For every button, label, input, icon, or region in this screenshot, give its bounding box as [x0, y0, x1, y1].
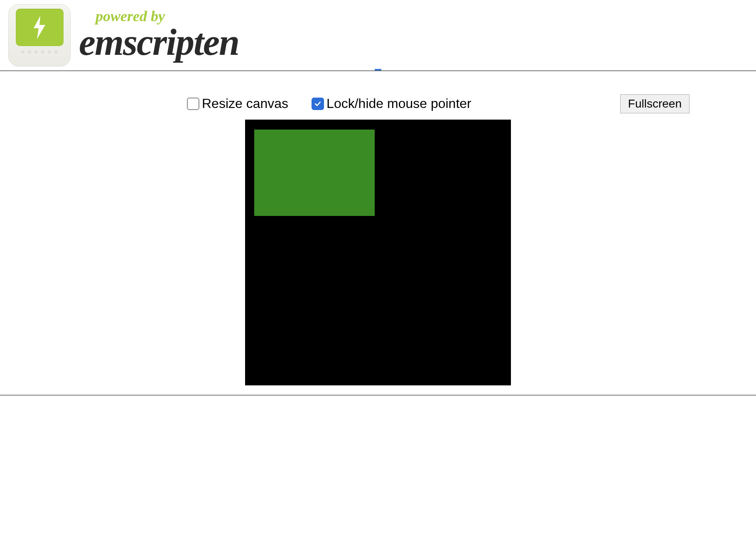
- brand-name: emscripten: [79, 21, 239, 64]
- fullscreen-button[interactable]: Fullscreen: [620, 94, 690, 113]
- header: powered by emscripten: [0, 0, 756, 71]
- lock-pointer-label: Lock/hide mouse pointer: [326, 96, 471, 111]
- canvas[interactable]: [245, 120, 511, 385]
- divider-accent: [375, 69, 381, 71]
- top-divider: [0, 71, 756, 71]
- canvas-green-rect: [254, 130, 375, 216]
- logo-text: powered by emscripten: [79, 7, 239, 64]
- resize-canvas-label: Resize canvas: [202, 96, 288, 111]
- content-area: Resize canvas Lock/hide mouse pointer Fu…: [0, 71, 756, 385]
- logo-dots: [21, 50, 58, 54]
- emscripten-logo-icon: [8, 4, 71, 66]
- check-icon: [314, 100, 322, 108]
- resize-canvas-control: Resize canvas: [187, 96, 288, 111]
- bottom-divider: [0, 395, 756, 395]
- lock-pointer-checkbox[interactable]: [312, 98, 324, 110]
- controls-row: Resize canvas Lock/hide mouse pointer Fu…: [170, 96, 586, 111]
- resize-canvas-checkbox[interactable]: [187, 98, 199, 110]
- logo-bolt-box: [16, 9, 64, 46]
- lightning-bolt-icon: [31, 15, 48, 40]
- lock-pointer-control: Lock/hide mouse pointer: [312, 96, 471, 111]
